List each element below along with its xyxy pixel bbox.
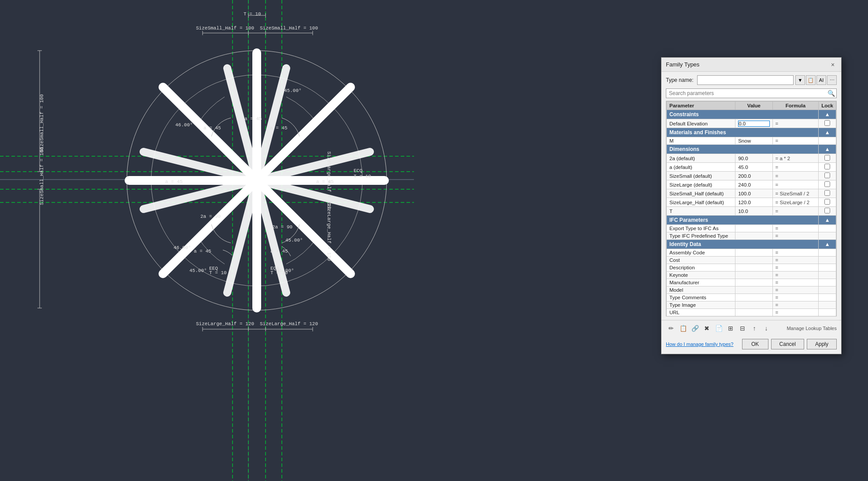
- param-value-input[interactable]: [738, 209, 769, 214]
- lock-checkbox-cell[interactable]: [819, 172, 836, 180]
- param-formula-cell[interactable]: =: [772, 301, 819, 309]
- param-value-input[interactable]: [738, 265, 769, 270]
- toolbar-sort-up-btn[interactable]: ↑: [749, 323, 760, 334]
- type-name-dropdown-btn[interactable]: ▼: [795, 75, 805, 85]
- manage-lookup-label[interactable]: Manage Lookup Tables: [787, 326, 837, 331]
- lock-checkbox[interactable]: [824, 164, 830, 169]
- toolbar-link-btn[interactable]: 🔗: [690, 323, 700, 334]
- param-formula-cell[interactable]: = SizeLarge / 2: [772, 198, 819, 207]
- param-value-input[interactable]: [738, 295, 769, 300]
- param-formula-cell[interactable]: = a * 2: [772, 154, 819, 163]
- param-value-input[interactable]: [738, 280, 769, 285]
- parameters-table-container[interactable]: Parameter Value Formula Lock Constraints…: [666, 101, 837, 316]
- toolbar-pencil-btn[interactable]: ✏: [666, 323, 676, 334]
- param-value-input[interactable]: [738, 173, 769, 179]
- section-collapse-btn[interactable]: ▲: [819, 216, 836, 225]
- param-formula-cell[interactable]: =: [772, 232, 819, 240]
- ok-button[interactable]: OK: [742, 339, 768, 349]
- param-value-input[interactable]: [738, 272, 769, 278]
- param-value-cell[interactable]: [735, 232, 772, 240]
- param-value-input[interactable]: [738, 226, 769, 231]
- param-value-input[interactable]: [738, 250, 769, 255]
- param-formula-cell[interactable]: =: [772, 264, 819, 272]
- help-link[interactable]: How do I manage family types?: [666, 341, 733, 347]
- param-formula-cell[interactable]: =: [772, 207, 819, 216]
- param-value-cell[interactable]: [735, 172, 772, 180]
- param-value-cell[interactable]: [735, 198, 772, 207]
- type-name-extra-btn[interactable]: ⋯: [827, 75, 837, 85]
- lock-checkbox-cell[interactable]: [819, 163, 836, 172]
- param-formula-cell[interactable]: =: [772, 225, 819, 232]
- param-value-input[interactable]: [738, 156, 769, 161]
- param-value-cell[interactable]: [735, 286, 772, 294]
- close-button[interactable]: ×: [829, 61, 837, 69]
- param-value-input[interactable]: [738, 233, 769, 239]
- section-collapse-btn[interactable]: ▲: [819, 240, 836, 249]
- section-collapse-btn[interactable]: ▲: [819, 145, 836, 154]
- param-value-input[interactable]: [738, 138, 769, 143]
- param-value-cell[interactable]: [735, 264, 772, 272]
- param-formula-cell[interactable]: =: [772, 119, 819, 128]
- param-formula-cell[interactable]: =: [772, 257, 819, 264]
- param-value-cell[interactable]: [735, 257, 772, 264]
- lock-checkbox[interactable]: [824, 190, 830, 196]
- param-value-cell[interactable]: [735, 272, 772, 279]
- param-value-cell[interactable]: [735, 137, 772, 145]
- param-value-cell[interactable]: [735, 279, 772, 286]
- lock-checkbox[interactable]: [824, 173, 830, 178]
- param-formula-cell[interactable]: =: [772, 172, 819, 180]
- cancel-button[interactable]: Cancel: [771, 339, 804, 349]
- lock-checkbox[interactable]: [824, 199, 830, 205]
- param-value-cell[interactable]: [735, 301, 772, 309]
- apply-button[interactable]: Apply: [807, 339, 837, 349]
- param-formula-cell[interactable]: =: [772, 272, 819, 279]
- lock-checkbox[interactable]: [824, 208, 830, 213]
- lock-checkbox-cell[interactable]: [819, 119, 836, 128]
- param-formula-cell[interactable]: =: [772, 309, 819, 316]
- param-formula-cell[interactable]: =: [772, 163, 819, 172]
- lock-checkbox-cell[interactable]: [819, 154, 836, 163]
- lock-checkbox-cell[interactable]: [819, 198, 836, 207]
- toolbar-page-btn[interactable]: 📄: [713, 323, 724, 334]
- param-formula-cell[interactable]: =: [772, 249, 819, 257]
- param-formula-cell[interactable]: =: [772, 279, 819, 286]
- search-input[interactable]: [666, 88, 837, 98]
- param-value-input[interactable]: [738, 121, 769, 127]
- param-value-input[interactable]: [738, 191, 769, 196]
- param-value-input[interactable]: [738, 182, 769, 187]
- param-value-cell[interactable]: [735, 163, 772, 172]
- param-value-cell[interactable]: [735, 309, 772, 316]
- type-name-ai-btn[interactable]: AI: [816, 75, 826, 85]
- section-collapse-btn[interactable]: ▲: [819, 110, 836, 119]
- param-formula-cell[interactable]: =: [772, 180, 819, 189]
- type-name-input[interactable]: [697, 75, 794, 85]
- param-value-cell[interactable]: [735, 294, 772, 301]
- lock-checkbox[interactable]: [824, 120, 830, 126]
- param-formula-cell[interactable]: =: [772, 286, 819, 294]
- param-value-input[interactable]: [738, 287, 769, 293]
- param-value-cell[interactable]: [735, 249, 772, 257]
- lock-checkbox[interactable]: [824, 155, 830, 161]
- param-value-cell[interactable]: [735, 225, 772, 232]
- param-value-cell[interactable]: [735, 207, 772, 216]
- toolbar-sort-down-btn[interactable]: ↓: [761, 323, 772, 334]
- param-value-input[interactable]: [738, 257, 769, 263]
- toolbar-copy-btn[interactable]: 📋: [678, 323, 688, 334]
- param-value-input[interactable]: [738, 302, 769, 308]
- toolbar-delete-btn[interactable]: ✖: [702, 323, 712, 334]
- lock-checkbox-cell[interactable]: [819, 189, 836, 198]
- param-value-input[interactable]: [738, 200, 769, 205]
- section-collapse-btn[interactable]: ▲: [819, 128, 836, 137]
- type-name-copy-btn[interactable]: 📋: [806, 75, 816, 85]
- lock-checkbox-cell[interactable]: [819, 180, 836, 189]
- param-value-input[interactable]: [738, 310, 769, 315]
- param-formula-cell[interactable]: =: [772, 294, 819, 301]
- param-value-cell[interactable]: [735, 180, 772, 189]
- param-value-cell[interactable]: [735, 189, 772, 198]
- param-formula-cell[interactable]: = SizeSmall / 2: [772, 189, 819, 198]
- lock-checkbox-cell[interactable]: [819, 207, 836, 216]
- param-value-input[interactable]: [738, 165, 769, 170]
- param-value-cell[interactable]: [735, 154, 772, 163]
- param-formula-cell[interactable]: =: [772, 137, 819, 145]
- param-value-cell[interactable]: [735, 119, 772, 128]
